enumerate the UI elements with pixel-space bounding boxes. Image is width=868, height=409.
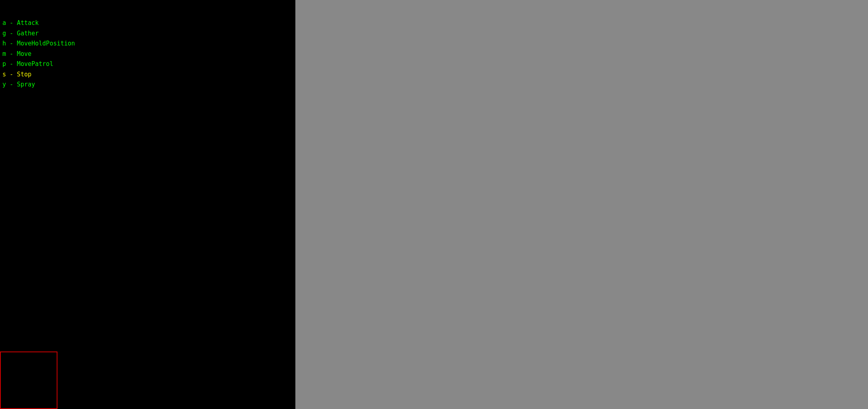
right-panel: [295, 0, 868, 409]
game-panel: a - Attack g - Gather h - MoveHoldPositi…: [0, 0, 295, 409]
minimap-container: [0, 351, 57, 409]
game-canvas: [0, 0, 295, 409]
minimap-canvas: [1, 352, 57, 409]
